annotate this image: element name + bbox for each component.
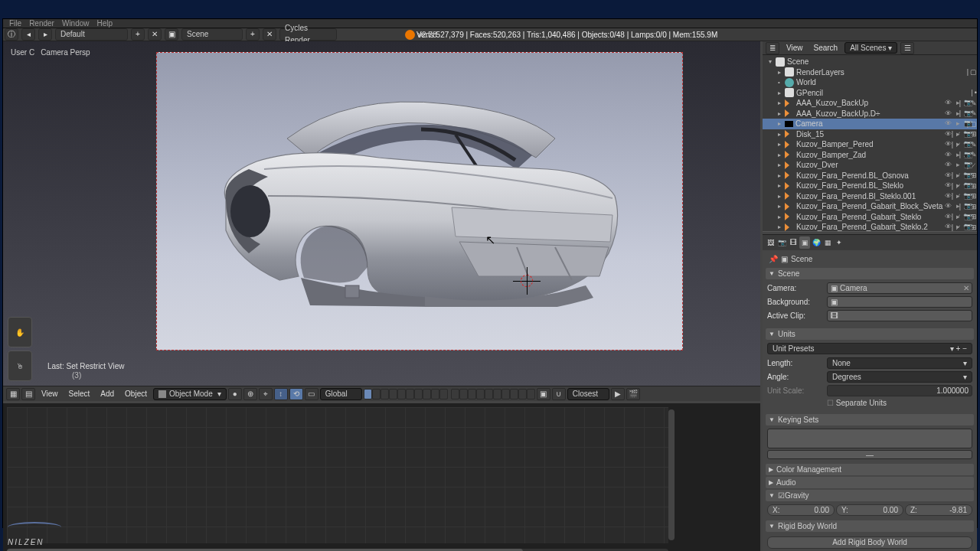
- render-icon[interactable]: ▶: [611, 388, 625, 400]
- scene-icon[interactable]: ▣: [165, 28, 178, 41]
- panel-gravity-hdr[interactable]: ▼☑ Gravity: [766, 490, 974, 501]
- layer-button[interactable]: [527, 389, 535, 399]
- manip-scale-icon[interactable]: ▭: [305, 388, 318, 400]
- props-tab[interactable]: ▦: [822, 236, 833, 249]
- outliner-row[interactable]: ▸Kuzov_Fara_Perend.Bl_Steklo.001|⟋✎⊞👁▸📷: [763, 191, 977, 202]
- panel-units-hdr[interactable]: ▼Units: [766, 328, 974, 340]
- layer-button[interactable]: [510, 389, 518, 399]
- outliner-row[interactable]: ▸Kuzov_Fara_Perend_Gabarit_Steklo.2|⟋✎⊞👁…: [763, 222, 977, 231]
- layer-button[interactable]: [451, 389, 459, 399]
- panel-audio-hdr[interactable]: ▶Audio: [766, 477, 974, 488]
- layer-button[interactable]: [485, 389, 493, 399]
- vh-add[interactable]: Add: [96, 390, 119, 398]
- props-tab[interactable]: 🎞: [788, 236, 799, 249]
- layer-button[interactable]: [459, 389, 468, 399]
- layer-button[interactable]: [381, 389, 389, 399]
- layout-add-icon[interactable]: +: [131, 28, 145, 41]
- engine-select[interactable]: Cycles Render: [279, 28, 337, 41]
- menu-window[interactable]: Window: [62, 19, 90, 28]
- panel-color-hdr[interactable]: ▶Color Management: [766, 464, 974, 475]
- layer-button[interactable]: [518, 389, 527, 399]
- outliner-row[interactable]: ▸GPencil|•: [763, 88, 977, 99]
- keying-list[interactable]: [767, 429, 972, 448]
- props-tab[interactable]: 🌍: [811, 236, 822, 249]
- render-anim-icon[interactable]: 🎬: [626, 388, 640, 400]
- panel-scene-hdr[interactable]: ▼Scene: [766, 268, 974, 279]
- menu-file[interactable]: File: [9, 19, 21, 28]
- panel-rigid-hdr[interactable]: ▼Rigid Body World: [766, 520, 974, 532]
- lock-layers-icon[interactable]: ▣: [537, 388, 550, 400]
- layer-button[interactable]: [431, 389, 439, 399]
- shading-solid-icon[interactable]: ●: [228, 388, 242, 400]
- outliner-row[interactable]: ▸Kuzov_Bamper_Pered|⟋✎✎👁▸📷: [763, 139, 977, 150]
- outliner-row[interactable]: ▾Scene: [763, 57, 977, 67]
- image-editor[interactable]: [3, 401, 760, 551]
- background-field[interactable]: ▣: [827, 296, 972, 308]
- fwd-icon[interactable]: ▸: [38, 28, 52, 41]
- outliner-row[interactable]: ▸Kuzov_Fara_Perend.BL_Steklo|⟋✎⊞👁▸📷: [763, 181, 977, 191]
- layer-button[interactable]: [439, 389, 448, 399]
- editor-type-icon[interactable]: ⓘ: [5, 28, 18, 41]
- outliner-row[interactable]: ▸Kuzov_Bamper_Zad|⟋✎👁▸📷: [763, 150, 977, 161]
- orientation-select[interactable]: Global: [320, 388, 362, 400]
- outliner-view[interactable]: View: [782, 44, 807, 52]
- outliner-row[interactable]: ▸Kuzov_Fara_Perend_Gabarit_Steklo|⟋✎⊞👁▸📷: [763, 212, 977, 223]
- gravity-xyz[interactable]: X:0.00 Y:0.00 Z:-9.81: [767, 504, 972, 516]
- manip-icon[interactable]: ⌖: [259, 388, 273, 400]
- menu-render[interactable]: Render: [29, 19, 54, 28]
- vh-view[interactable]: View: [37, 390, 63, 398]
- props-tab[interactable]: ✦: [834, 236, 844, 249]
- outliner-row[interactable]: ▸RenderLayers|▢: [763, 67, 977, 78]
- pivot-icon[interactable]: ⊕: [243, 388, 257, 400]
- uv-vscroll[interactable]: [668, 409, 675, 540]
- snap-select[interactable]: Closest: [567, 388, 609, 400]
- manip-rotate-icon[interactable]: ⟲: [289, 388, 303, 400]
- layer-button[interactable]: [476, 389, 485, 399]
- 3d-viewport[interactable]: User C Camera Persp ✋ 🖱 Last: Set Restri…: [3, 41, 760, 386]
- layout-select[interactable]: Default: [55, 28, 128, 41]
- length-select[interactable]: None▾: [827, 357, 972, 369]
- scene-del-icon[interactable]: ✕: [263, 28, 276, 41]
- outliner-row[interactable]: ▸Camera|▢👁▸📷: [763, 119, 977, 129]
- unit-scale[interactable]: 1.000000: [827, 385, 972, 396]
- uv-grid[interactable]: [7, 407, 668, 543]
- vh-select[interactable]: Select: [64, 390, 95, 398]
- outliner-row[interactable]: ▸AAA_Kuzov_BackUp.D÷|⟋✎👁▸📷: [763, 109, 977, 119]
- layer-button[interactable]: [406, 389, 414, 399]
- layer-button[interactable]: [389, 389, 397, 399]
- snap-magnet-icon[interactable]: ∪: [552, 388, 566, 400]
- layer-button[interactable]: [397, 389, 406, 399]
- vh-object[interactable]: Object: [120, 390, 152, 398]
- outliner-row[interactable]: ▸Disk_15|⟋✎⊞👁▸📷: [763, 129, 977, 140]
- ndof-mouse-icon[interactable]: 🖱: [8, 350, 32, 381]
- layer-button[interactable]: [423, 389, 431, 399]
- layer-button[interactable]: [364, 389, 372, 399]
- outliner-editor-icon[interactable]: ≣: [766, 42, 779, 54]
- panel-keying-hdr[interactable]: ▼Keying Sets: [766, 414, 974, 425]
- ndof-hand-icon[interactable]: ✋: [8, 317, 32, 347]
- back-icon[interactable]: ◂: [21, 28, 35, 41]
- props-tab[interactable]: ▣: [799, 236, 810, 249]
- outliner-row[interactable]: ▸Kuzov_Fara_Perend_Gabarit_Block_Sveta|⟋…: [763, 201, 977, 212]
- layout-del-icon[interactable]: ✕: [148, 28, 162, 41]
- layer-button[interactable]: [493, 389, 501, 399]
- outliner[interactable]: ▾Scene▸RenderLayers|▢•World▸GPencil|•▸AA…: [763, 55, 977, 231]
- add-rigid-body-btn[interactable]: Add Rigid Body World: [767, 536, 972, 549]
- scene-select[interactable]: Scene: [181, 28, 243, 41]
- outliner-filter[interactable]: All Scenes ▾: [844, 42, 897, 54]
- manip-translate-icon[interactable]: ↕: [274, 388, 288, 400]
- layer-button[interactable]: [501, 389, 510, 399]
- clip-field[interactable]: 🎞: [827, 310, 972, 321]
- menu-help[interactable]: Help: [97, 19, 113, 28]
- editor-3d-icon[interactable]: ▦: [6, 388, 20, 400]
- layer-buttons[interactable]: [364, 389, 535, 399]
- outliner-row[interactable]: ▸Kuzov_Dver|⟋👁▸📷: [763, 160, 977, 171]
- collapse-icon[interactable]: ▤: [21, 388, 35, 400]
- outliner-filter-icon[interactable]: ☰: [900, 42, 914, 54]
- props-tab[interactable]: 🖼: [765, 236, 776, 249]
- layer-button[interactable]: [372, 389, 381, 399]
- outliner-row[interactable]: ▸Kuzov_Fara_Perend.BL_Osnova|⟋✎⊞👁▸📷: [763, 171, 977, 181]
- props-tab[interactable]: 📷: [776, 236, 787, 249]
- angle-select[interactable]: Degrees▾: [827, 371, 972, 383]
- outliner-row[interactable]: ▸AAA_Kuzov_BackUp|⟋✎👁▸📷: [763, 98, 977, 109]
